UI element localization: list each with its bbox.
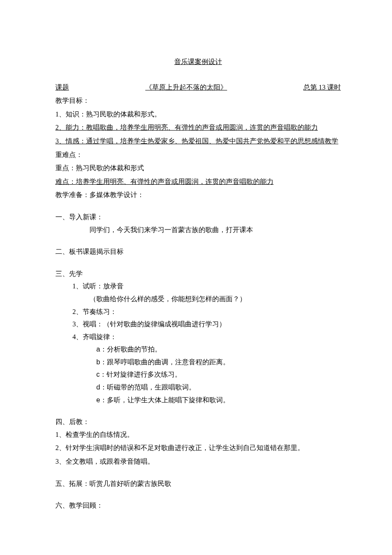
- objective-ability: 2、能力：教唱歌曲，培养学生用明亮、有弹性的声音或用圆润，连贯的声音唱歌的能力: [55, 121, 341, 134]
- s4-item-3: 3、全文教唱，或跟着录音随唱。: [55, 455, 341, 468]
- topic-label: 课题: [55, 81, 69, 94]
- topic-line: 课题 《草原上升起不落的太阳》 总第 13 课时: [55, 81, 341, 94]
- section-6: 六、教学回顾：: [55, 499, 341, 512]
- s3-sub-a: a：分析歌曲的节拍。: [55, 343, 341, 356]
- doc-title: 音乐课案例设计: [55, 55, 341, 68]
- objectives-heading: 教学目标：: [55, 94, 341, 107]
- s3-sub-b: b：跟琴哼唱歌曲的曲调，注意音程的距离。: [55, 356, 341, 369]
- section-4-heading: 四、后教：: [55, 416, 341, 428]
- s3-sub-d: d：听磁带的范唱，生跟唱歌词。: [55, 381, 341, 394]
- section-1-heading: 一、导入新课：: [55, 211, 341, 224]
- lesson-count: 总第 13 课时: [303, 81, 341, 94]
- s3-item-2: 2、节奏练习：: [55, 305, 341, 318]
- objective-emotion: 3、情感：通过学唱，培养学生热爱家乡、热爱祖国、热爱中国共产党热爱和平的思想感情…: [55, 135, 341, 148]
- s3-item-1a: 1、试听：放录音: [55, 280, 341, 293]
- difficult-point: 难点：培养学生用明亮、有弹性的声音或用圆润，连贯的声音唱歌的能力: [55, 175, 341, 188]
- s3-sub-e: e：多听，让学生大体上能唱下旋律和歌词。: [55, 394, 341, 407]
- s3-item-1b: （歌曲给你什么样的感受，你能想到怎样的画面？）: [55, 293, 341, 305]
- key-point: 重点：熟习民歌的体裁和形式: [55, 162, 341, 174]
- section-2: 二、板书课题揭示目标: [55, 245, 341, 258]
- section-3-heading: 三、先学: [55, 267, 341, 280]
- s3-item-3: 3、视唱：（针对歌曲的旋律编成视唱曲进行学习）: [55, 318, 341, 331]
- s4-item-1: 1、检查学生的自练情况。: [55, 428, 341, 441]
- objective-knowledge: 1、知识：熟习民歌的体裁和形式。: [55, 108, 341, 121]
- song-title: 《草原上升起不落的太阳》: [69, 81, 303, 94]
- s3-sub-c: c：针对旋律进行多次练习。: [55, 368, 341, 381]
- prep-line: 教学准备：多媒体教学设计：: [55, 189, 341, 201]
- section-5: 五、拓展：听赏几首好听的蒙古族民歌: [55, 477, 341, 490]
- s4-item-2: 2、针对学生演唱时的错误和不足对歌曲进行改正，让学生达到自己知道错在那里。: [55, 442, 341, 454]
- keydiff-heading: 重难点：: [55, 148, 341, 161]
- section-1-line: 同学们，今天我们来学习一首蒙古族的歌曲，打开课本: [55, 224, 341, 236]
- s3-item-4: 4、齐唱旋律：: [55, 331, 341, 343]
